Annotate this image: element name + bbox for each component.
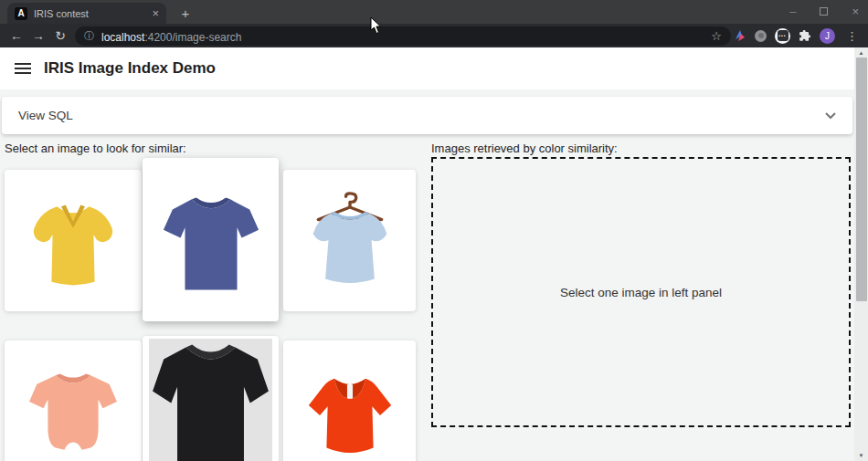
close-window-icon[interactable]: ×	[852, 5, 859, 18]
tab-favicon-icon: A	[15, 7, 27, 20]
product-card-blue-tshirt[interactable]	[143, 158, 279, 321]
results-dropzone: Select one image in left panel	[431, 157, 851, 427]
maximize-icon[interactable]	[820, 7, 828, 16]
view-sql-expansion-panel[interactable]: View SQL	[2, 97, 852, 134]
browser-menu-icon[interactable]: ⋮	[843, 29, 861, 43]
product-card-peach-onesie[interactable]	[5, 341, 142, 461]
black-tshirt-image	[149, 339, 272, 461]
gray-extension-icon[interactable]	[755, 30, 767, 42]
product-card-orange-crop-top[interactable]	[283, 341, 416, 461]
window-controls: – ×	[789, 0, 859, 22]
mouse-cursor	[370, 16, 383, 35]
url-host: localhost	[101, 31, 144, 44]
bookmark-star-icon[interactable]: ☆	[711, 29, 722, 43]
extensions-cluster: ••• J ⋮	[734, 24, 861, 47]
blue-tshirt-image	[154, 172, 268, 309]
page-title: IRIS Image Index Demo	[44, 59, 216, 78]
view-sql-label: View SQL	[18, 109, 73, 122]
right-panel-label: Images retrieved by color similarity:	[431, 141, 618, 155]
forward-icon[interactable]: →	[27, 28, 49, 43]
profile-avatar[interactable]: J	[820, 28, 835, 44]
new-tab-button[interactable]: +	[175, 4, 196, 22]
results-empty-message: Select one image in left panel	[560, 286, 722, 299]
page-content: IRIS Image Index Demo View SQL Select an…	[0, 47, 854, 461]
chevron-down-icon	[825, 112, 836, 120]
product-card-yellow-tshirt[interactable]	[5, 170, 142, 311]
back-icon[interactable]: ←	[5, 28, 27, 43]
site-info-icon[interactable]: ⓘ	[84, 29, 94, 43]
lightblue-blouse-image	[299, 185, 401, 297]
app-header: IRIS Image Index Demo	[0, 47, 854, 89]
peach-onesie-image	[18, 353, 128, 461]
scrollbar-thumb[interactable]	[856, 58, 867, 301]
blocker-extension-icon[interactable]: •••	[775, 28, 790, 44]
minimize-icon[interactable]: –	[789, 5, 796, 18]
extensions-puzzle-icon[interactable]	[799, 29, 811, 42]
browser-toolbar: ← → ↻ ⓘ localhost:4200/image-search ☆ ••…	[0, 24, 868, 47]
product-card-lightblue-blouse[interactable]	[283, 170, 416, 311]
left-panel-label: Select an image to look for similar:	[5, 141, 186, 155]
scrollbar-down-icon[interactable]: ▼	[854, 453, 868, 458]
yellow-tshirt-image	[19, 187, 127, 295]
tab-title: IRIS contest	[34, 8, 145, 19]
browser-tab[interactable]: A IRIS contest ×	[7, 3, 166, 24]
hamburger-menu-icon[interactable]	[15, 63, 31, 74]
browser-tab-strip: A IRIS contest × + – ×	[0, 0, 868, 24]
spark-extension-icon[interactable]	[734, 29, 746, 42]
reload-icon[interactable]: ↻	[49, 28, 71, 43]
tab-close-icon[interactable]: ×	[152, 7, 159, 19]
address-bar[interactable]: ⓘ localhost:4200/image-search ☆	[75, 26, 731, 46]
page-scrollbar[interactable]: ▲ ▼	[854, 47, 868, 461]
url-path: :4200/image-search	[144, 31, 241, 44]
orange-crop-top-image	[294, 351, 406, 461]
scrollbar-up-icon[interactable]: ▲	[854, 50, 868, 56]
product-card-black-tshirt[interactable]	[143, 336, 279, 461]
